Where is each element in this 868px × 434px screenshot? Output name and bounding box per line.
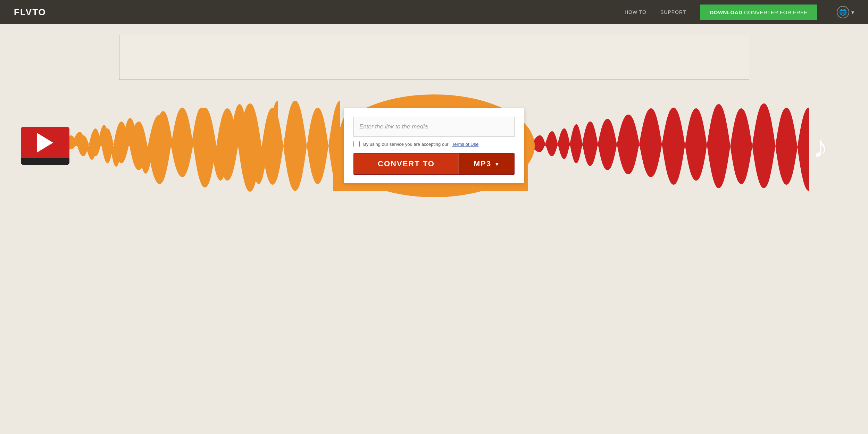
youtube-icon-area [21, 127, 69, 165]
chevron-down-icon: ▾ [851, 9, 854, 16]
convert-format-selector[interactable]: MP3 ▾ [458, 153, 514, 174]
language-selector[interactable]: 🌐 ▾ [837, 6, 854, 18]
chevron-down-icon: ▾ [495, 161, 499, 167]
converter-form: By using our service you are accepting o… [344, 108, 524, 183]
top-textarea-wrapper [0, 24, 868, 83]
svg-text:♪: ♪ [813, 130, 828, 164]
top-textarea[interactable] [119, 35, 749, 80]
download-label-bold: DOWNLOAD [710, 9, 742, 15]
download-converter-button[interactable]: DOWNLOAD CONVERTER FOR FREE [700, 5, 817, 20]
site-logo: FLVTO [14, 7, 625, 18]
terms-text: By using our service you are accepting o… [363, 142, 449, 147]
terms-row: By using our service you are accepting o… [353, 141, 515, 147]
nav-support[interactable]: SUPPORT [660, 9, 686, 15]
globe-icon: 🌐 [837, 6, 849, 18]
nav-links: HOW TO SUPPORT DOWNLOAD CONVERTER FOR FR… [625, 5, 854, 20]
format-label: MP3 [474, 159, 491, 168]
youtube-box [21, 127, 69, 165]
convert-to-label[interactable]: CONVERT TO [354, 153, 458, 174]
nav-how-to[interactable]: HOW TO [625, 9, 646, 15]
terms-checkbox[interactable] [353, 141, 360, 147]
play-triangle-icon [37, 133, 53, 152]
terms-of-use-link[interactable]: Terms of Use [452, 142, 479, 147]
url-input[interactable] [353, 117, 515, 137]
music-note-icon: ♪ [809, 127, 847, 165]
navbar: FLVTO HOW TO SUPPORT DOWNLOAD CONVERTER … [0, 0, 868, 24]
convert-button-row[interactable]: CONVERT TO MP3 ▾ [353, 153, 515, 175]
download-label-rest: CONVERTER FOR FREE [742, 9, 808, 15]
wave-section: ♪ By using our service you are accepting… [0, 90, 868, 201]
music-note-icon-area: ♪ [809, 127, 847, 165]
